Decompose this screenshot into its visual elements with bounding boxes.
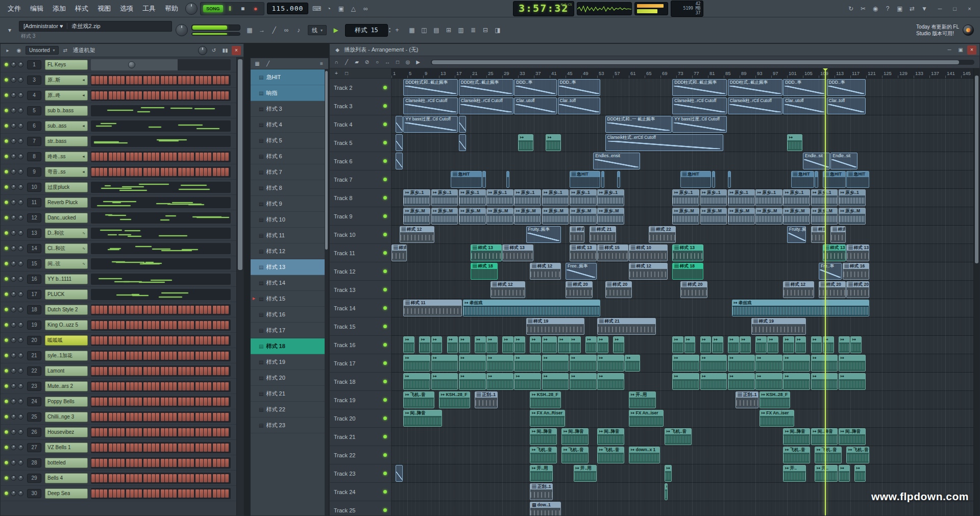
channel-number[interactable]: 9 <box>27 167 41 177</box>
step-cell[interactable] <box>221 489 225 498</box>
step-cell[interactable] <box>117 367 120 375</box>
channel-button[interactable]: 原..咚◄ <box>45 90 88 101</box>
clip[interactable]: ↦ KSH..28_F <box>439 391 470 408</box>
view-piano-roll-icon[interactable]: ◫ <box>419 25 430 35</box>
pattern-item[interactable]: ▶▤样式 23 <box>251 417 325 433</box>
step-cell[interactable] <box>117 352 120 360</box>
step-cell[interactable] <box>95 153 99 161</box>
step-cell[interactable] <box>186 153 190 161</box>
step-cell[interactable] <box>225 153 229 161</box>
channel-button[interactable]: YY b..1111 <box>45 274 88 284</box>
step-cell[interactable] <box>134 459 138 467</box>
download-icon[interactable]: ▼ <box>919 4 930 14</box>
volume-knob[interactable] <box>18 322 23 328</box>
step-cell[interactable] <box>182 459 186 467</box>
step-cell[interactable] <box>109 474 112 482</box>
step-cell[interactable] <box>182 413 186 421</box>
step-cell[interactable] <box>152 76 155 84</box>
step-cell[interactable] <box>152 459 155 467</box>
track-header[interactable]: Track 9 <box>330 207 391 226</box>
step-cell[interactable] <box>143 306 147 314</box>
step-cell[interactable] <box>91 489 95 498</box>
clip[interactable]: ↦ 原乡..1 <box>755 189 782 206</box>
clip[interactable]: ↦ 飞机..音 <box>665 428 692 445</box>
track-mute-led[interactable] <box>383 325 387 328</box>
pattern-item[interactable]: ▶▤样式 9 <box>251 196 325 212</box>
rack-scrollbar[interactable] <box>236 57 243 515</box>
step-cell[interactable] <box>134 489 138 498</box>
clip[interactable] <box>396 134 403 151</box>
clip[interactable]: ↦ <box>613 336 624 353</box>
clip[interactable]: ↦ <box>728 373 755 390</box>
step-cell[interactable] <box>152 413 155 421</box>
pan-knob[interactable] <box>11 429 16 435</box>
channel-number[interactable]: 28 <box>27 458 41 468</box>
pattern-item[interactable]: ▶▤样式 21 <box>251 386 325 402</box>
step-cell[interactable] <box>95 306 99 314</box>
clip[interactable]: ↦ 原乡..M <box>597 208 624 225</box>
step-cell[interactable] <box>186 76 190 84</box>
step-cell[interactable] <box>204 91 207 100</box>
step-cell[interactable] <box>156 168 159 176</box>
step-cell[interactable] <box>117 168 120 176</box>
step-cell[interactable] <box>200 489 203 498</box>
step-cell[interactable] <box>152 168 155 176</box>
clip[interactable]: ↦ <box>459 355 486 372</box>
clip[interactable]: ↦ <box>475 336 486 353</box>
track-lane[interactable]: ↦ 原乡..1↦ 原乡..1↦ 原乡..1↦ 原乡..1↦ 原乡..1↦ 原乡.… <box>391 189 973 207</box>
pattern-item[interactable]: ▶▤样式 5 <box>251 133 325 149</box>
draw-tool-icon[interactable]: ╱ <box>342 58 351 67</box>
clip[interactable]: DDD..率 <box>558 79 601 96</box>
step-cell[interactable] <box>113 91 116 100</box>
arrow-icon[interactable]: → <box>256 25 267 35</box>
channel-number[interactable]: 4 <box>27 91 41 100</box>
track-lane[interactable]: ▤ 样式 10▤ 样式 13▤ 样式 13▤ 样式 13▤ 样式 15▤ 样式 … <box>391 244 973 262</box>
step-cell[interactable] <box>221 91 225 100</box>
step-cell[interactable] <box>204 153 207 161</box>
track-lanes[interactable]: DDD柱式和..截止频率DDD柱式..截止频率DDD..率DDD..率DDD柱式… <box>391 79 973 515</box>
channel-led[interactable] <box>5 277 8 281</box>
volume-knob[interactable] <box>18 230 23 236</box>
step-cell[interactable] <box>178 76 182 84</box>
channel-button[interactable]: Cl..和弦∿ <box>45 243 88 254</box>
step-grid[interactable] <box>91 90 231 101</box>
clip[interactable] <box>396 465 403 482</box>
step-cell[interactable] <box>156 428 159 436</box>
clip[interactable]: ▤ 正刮..1 <box>475 391 498 408</box>
graph-editor-icon[interactable]: ▮▮ <box>220 46 230 55</box>
step-cell[interactable] <box>161 444 164 452</box>
view-channel-rack-icon[interactable]: ▤ <box>431 25 442 35</box>
step-cell[interactable] <box>200 352 203 360</box>
channel-button[interactable]: sub..ass◄ <box>45 121 88 131</box>
add-pattern-button[interactable]: + <box>391 25 403 35</box>
step-cell[interactable] <box>190 382 194 390</box>
pan-knob[interactable] <box>11 108 16 113</box>
pattern-item[interactable]: ▶▤样式 8 <box>251 180 325 196</box>
channel-led[interactable] <box>5 170 8 174</box>
step-cell[interactable] <box>113 474 116 482</box>
track-header[interactable]: Track 13 <box>330 281 391 299</box>
clip[interactable]: ▤ 样式 12 <box>491 281 525 298</box>
step-cell[interactable] <box>156 153 159 161</box>
close-button[interactable]: × <box>962 4 977 14</box>
track-lane[interactable]: ▤ 样式 19▤ 样式 21▤ 样式 19 <box>391 317 973 336</box>
step-cell[interactable] <box>165 382 168 390</box>
step-cell[interactable] <box>169 444 173 452</box>
channel-number[interactable]: 12 <box>27 213 41 223</box>
clip[interactable]: ↦ FX An..iser <box>760 410 794 427</box>
step-grid[interactable] <box>91 151 231 162</box>
volume-knob[interactable] <box>18 337 23 343</box>
clip[interactable]: ↦ 原乡..1 <box>542 189 569 206</box>
step-cell[interactable] <box>156 382 159 390</box>
step-cell[interactable] <box>91 168 95 176</box>
clip[interactable]: ↦ <box>431 355 458 372</box>
step-cell[interactable] <box>225 168 229 176</box>
step-cell[interactable] <box>109 306 112 314</box>
clip[interactable]: DDD柱式和..截止频率 <box>672 79 727 96</box>
step-cell[interactable] <box>156 367 159 375</box>
step-cell[interactable] <box>143 489 147 498</box>
step-cell[interactable] <box>161 398 164 406</box>
channel-led[interactable] <box>5 63 8 66</box>
step-cell[interactable] <box>130 444 134 452</box>
step-cell[interactable] <box>109 444 112 452</box>
